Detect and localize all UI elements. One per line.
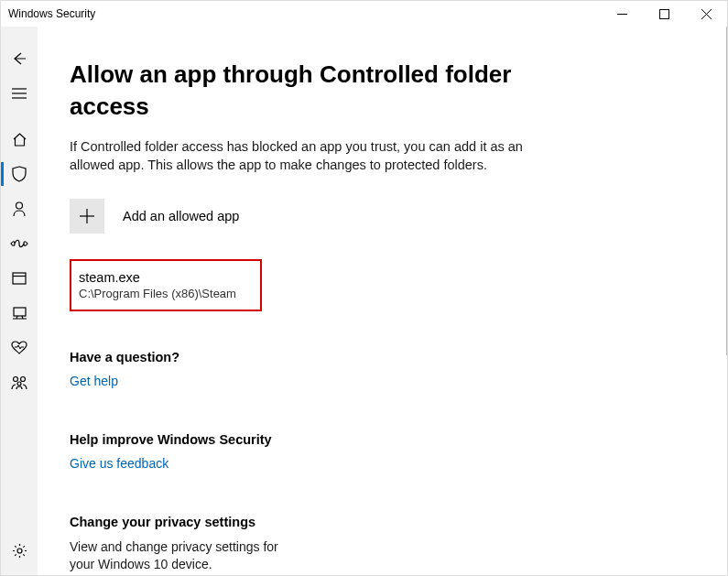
maximize-button[interactable]: [643, 1, 685, 27]
window-controls: [601, 1, 727, 27]
sidebar-item-health[interactable]: [1, 331, 38, 365]
give-feedback-link[interactable]: Give us feedback: [70, 456, 168, 471]
back-button[interactable]: [1, 41, 38, 76]
svg-point-11: [14, 377, 18, 382]
sidebar-item-settings[interactable]: [1, 533, 38, 568]
page-title: Allow an app through Controlled folder a…: [70, 59, 546, 123]
allowed-app-entry[interactable]: steam.exe C:\Program Files (x86)\Steam: [70, 259, 262, 311]
sidebar-item-family[interactable]: [1, 365, 38, 400]
svg-point-7: [16, 202, 23, 209]
svg-point-14: [17, 549, 22, 553]
sidebar-item-protection[interactable]: [1, 157, 38, 191]
add-allowed-app-button[interactable]: Add an allowed app: [70, 199, 727, 234]
sidebar-item-device-security[interactable]: [1, 296, 38, 331]
main-content: Allow an app through Controlled folder a…: [38, 27, 727, 575]
window-title: Windows Security: [8, 7, 95, 20]
sidebar: [1, 27, 38, 575]
get-help-link[interactable]: Get help: [70, 374, 118, 388]
privacy-heading: Change your privacy settings: [70, 515, 727, 529]
svg-rect-1: [659, 9, 668, 18]
add-allowed-app-label: Add an allowed app: [123, 209, 239, 223]
page-description: If Controlled folder access has blocked …: [70, 137, 532, 175]
hamburger-menu-icon[interactable]: [1, 76, 38, 111]
improve-heading: Help improve Windows Security: [70, 432, 727, 447]
svg-point-13: [17, 382, 21, 386]
scrollbar[interactable]: [723, 27, 728, 575]
have-question-heading: Have a question?: [70, 350, 727, 364]
minimize-button[interactable]: [601, 1, 643, 27]
app-path: C:\Program Files (x86)\Steam: [79, 287, 253, 300]
sidebar-item-home[interactable]: [1, 122, 38, 157]
sidebar-item-app-control[interactable]: [1, 261, 38, 296]
sidebar-item-account[interactable]: [1, 191, 38, 226]
privacy-description: View and change privacy settings for you…: [70, 538, 299, 574]
sidebar-item-firewall[interactable]: [1, 226, 38, 261]
app-name: steam.exe: [79, 270, 253, 285]
titlebar: Windows Security: [1, 1, 727, 27]
close-button[interactable]: [685, 1, 727, 27]
svg-rect-8: [13, 273, 26, 284]
svg-rect-10: [14, 308, 26, 316]
svg-point-12: [21, 377, 26, 382]
plus-icon: [70, 199, 104, 234]
